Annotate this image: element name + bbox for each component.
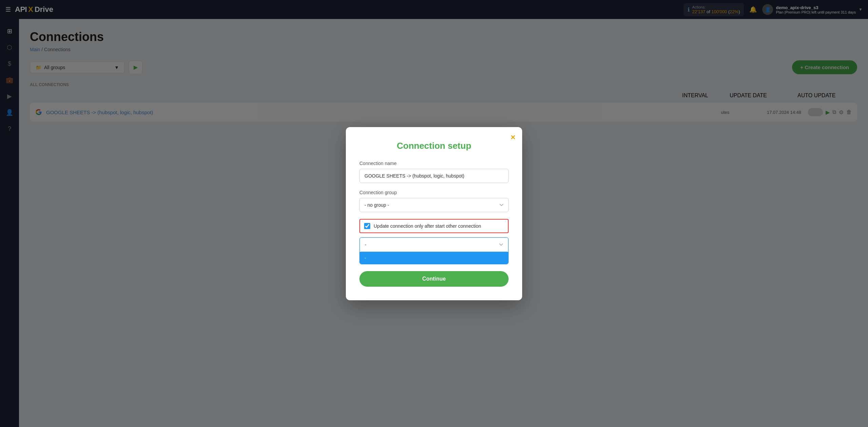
connection-name-group: Connection name [359, 161, 509, 183]
modal-overlay: × Connection setup Connection name Conne… [0, 0, 868, 427]
connection-group-select[interactable]: - no group - [359, 198, 509, 212]
update-after-checkbox[interactable] [364, 223, 370, 229]
update-after-label: Update connection only after start other… [374, 223, 481, 229]
update-after-checkbox-group: Update connection only after start other… [359, 219, 509, 233]
connection-dropdown-wrapper: - - [359, 237, 509, 264]
modal-title: Connection setup [359, 141, 509, 151]
connection-name-label: Connection name [359, 161, 509, 166]
continue-button[interactable]: Continue [359, 271, 509, 287]
modal-close-button[interactable]: × [511, 133, 515, 142]
connection-group-label: Connection group [359, 190, 509, 195]
modal-dialog: × Connection setup Connection name Conne… [346, 127, 522, 300]
connection-group-group: Connection group - no group - [359, 190, 509, 212]
connection-trigger-select[interactable]: - [360, 238, 508, 252]
connection-name-input[interactable] [359, 169, 509, 183]
dropdown-selected-option[interactable]: - [360, 252, 508, 264]
